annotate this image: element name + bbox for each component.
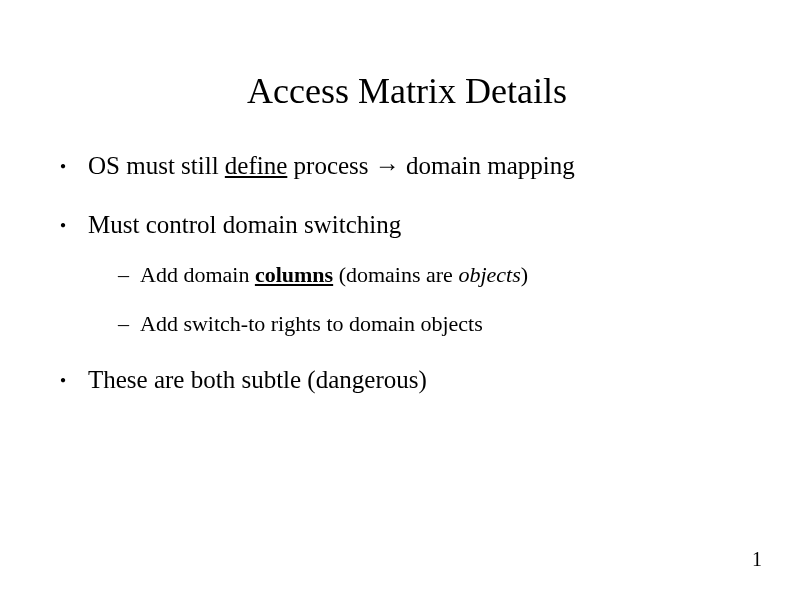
- bullet-3-text: These are both subtle (dangerous): [88, 366, 427, 393]
- bullet-2: Must control domain switching Add domain…: [60, 209, 754, 339]
- slide: Access Matrix Details OS must still defi…: [0, 0, 794, 595]
- bullet-list: OS must still define process → domain ma…: [60, 150, 754, 397]
- bullet-2-text: Must control domain switching: [88, 211, 401, 238]
- sub-bullet-1: Add domain columns (domains are objects): [118, 261, 754, 290]
- bullet-1-text-a: OS must still: [88, 152, 225, 179]
- sub-bullet-1-text-e: ): [521, 262, 528, 287]
- sub-bullet-2: Add switch-to rights to domain objects: [118, 310, 754, 339]
- sub-bullet-1-text-c: (domains are: [333, 262, 458, 287]
- sub-bullet-list: Add domain columns (domains are objects)…: [88, 261, 754, 338]
- bullet-1-text-d: domain mapping: [400, 152, 575, 179]
- sub-bullet-1-emph: columns: [255, 262, 333, 287]
- bullet-1-text-b: define: [225, 152, 287, 179]
- bullet-1: OS must still define process → domain ma…: [60, 150, 754, 183]
- sub-bullet-1-text-a: Add domain: [140, 262, 255, 287]
- page-number: 1: [752, 548, 762, 571]
- sub-bullet-1-italic: objects: [458, 262, 520, 287]
- bullet-3: These are both subtle (dangerous): [60, 364, 754, 397]
- right-arrow-icon: →: [375, 152, 400, 179]
- bullet-1-text-c: process: [287, 152, 374, 179]
- slide-title: Access Matrix Details: [60, 70, 754, 112]
- sub-bullet-2-text: Add switch-to rights to domain objects: [140, 311, 483, 336]
